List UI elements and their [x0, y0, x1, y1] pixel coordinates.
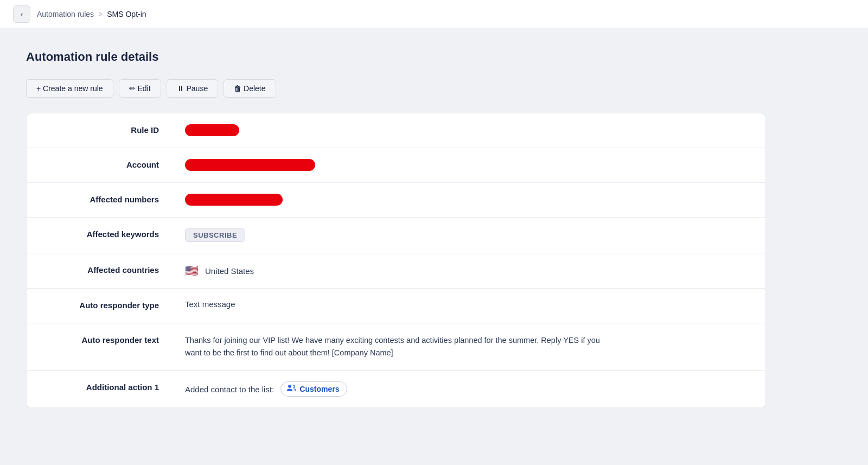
auto-responder-text-row: Auto responder text Thanks for joining o… — [27, 323, 765, 371]
customers-label: Customers — [299, 385, 339, 393]
auto-responder-text-label: Auto responder text — [44, 334, 185, 345]
affected-countries-value: 🇺🇸 United States — [185, 264, 748, 277]
auto-responder-type-label: Auto responder type — [44, 300, 185, 310]
country-name: United States — [205, 266, 254, 276]
back-icon: ‹ — [21, 10, 23, 18]
breadcrumb-current: SMS Opt-in — [107, 10, 146, 18]
auto-responder-text-value: Thanks for joining our VIP list! We have… — [185, 334, 748, 359]
toolbar: + Create a new rule ✏ Edit ⏸ Pause 🗑 Del… — [26, 79, 766, 98]
keyword-badge: SUBSCRIBE — [185, 228, 245, 242]
account-value — [185, 159, 748, 171]
breadcrumb-parent[interactable]: Automation rules — [37, 10, 94, 18]
affected-keywords-value: SUBSCRIBE — [185, 228, 748, 242]
pause-button[interactable]: ⏸ Pause — [167, 79, 219, 98]
affected-numbers-value — [185, 194, 748, 206]
rule-id-label: Rule ID — [44, 124, 185, 135]
affected-numbers-row: Affected numbers — [27, 183, 765, 218]
main-content: Automation rule details + Create a new r… — [0, 28, 792, 430]
top-bar: ‹ Automation rules > SMS Opt-in — [0, 0, 868, 28]
back-button[interactable]: ‹ — [13, 5, 30, 23]
breadcrumb: Automation rules > SMS Opt-in — [37, 10, 146, 18]
account-row: Account — [27, 148, 765, 183]
auto-responder-text-content: Thanks for joining our VIP list! We have… — [185, 334, 608, 359]
breadcrumb-separator: > — [98, 10, 103, 18]
account-label: Account — [44, 159, 185, 169]
details-card: Rule ID Account Affected numbers Affecte… — [26, 113, 766, 408]
auto-responder-type-value: Text message — [185, 300, 748, 309]
page-title: Automation rule details — [26, 50, 766, 64]
added-contact-prefix: Added contact to the list: — [185, 385, 274, 394]
delete-button[interactable]: 🗑 Delete — [224, 79, 276, 98]
account-redacted — [185, 159, 315, 171]
auto-responder-type-row: Auto responder type Text message — [27, 289, 765, 323]
customers-icon — [286, 384, 296, 394]
country-flag: 🇺🇸 — [185, 264, 199, 277]
affected-countries-row: Affected countries 🇺🇸 United States — [27, 253, 765, 289]
customers-badge[interactable]: Customers — [280, 381, 347, 397]
affected-countries-label: Affected countries — [44, 264, 185, 275]
rule-id-row: Rule ID — [27, 113, 765, 148]
additional-action-1-row: Additional action 1 Added contact to the… — [27, 371, 765, 407]
create-rule-button[interactable]: + Create a new rule — [26, 79, 113, 98]
edit-button[interactable]: ✏ Edit — [119, 79, 161, 98]
rule-id-redacted — [185, 124, 239, 136]
rule-id-value — [185, 124, 748, 136]
auto-responder-type-text: Text message — [185, 300, 235, 309]
additional-action-1-value: Added contact to the list: Customers — [185, 381, 748, 397]
affected-numbers-label: Affected numbers — [44, 194, 185, 204]
affected-keywords-row: Affected keywords SUBSCRIBE — [27, 218, 765, 253]
additional-action-1-label: Additional action 1 — [44, 381, 185, 392]
affected-keywords-label: Affected keywords — [44, 228, 185, 239]
affected-numbers-redacted — [185, 194, 283, 206]
